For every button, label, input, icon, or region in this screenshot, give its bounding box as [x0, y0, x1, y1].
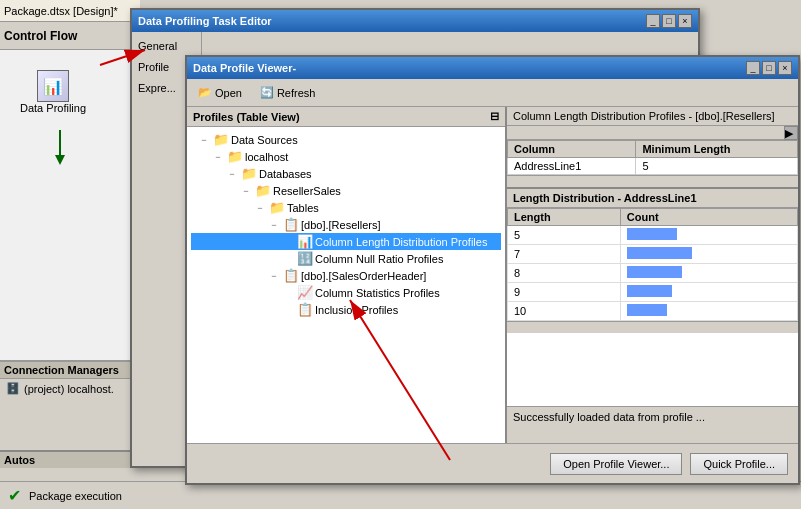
- editor-minimize-btn[interactable]: _: [646, 14, 660, 28]
- tree-item-databases[interactable]: − 📁 Databases: [191, 165, 501, 182]
- tree-item-resellersales[interactable]: − 📁 ResellerSales: [191, 182, 501, 199]
- data-profiling-task[interactable]: 📊 Data Profiling: [20, 70, 86, 114]
- tree-label: Column Statistics Profiles: [315, 287, 440, 299]
- open-label: Open: [215, 87, 242, 99]
- profile-tree-pane: Profiles (Table View) ⊟ − 📁 Data Sources…: [187, 107, 507, 483]
- count-bar-cell: [620, 302, 797, 321]
- length-row: 9: [508, 283, 798, 302]
- viewer-titlebar: Data Profile Viewer- _ □ ×: [187, 57, 798, 79]
- expand-icon: −: [253, 203, 267, 213]
- task-label: Data Profiling: [20, 102, 86, 114]
- viewer-minimize-btn[interactable]: _: [746, 61, 760, 75]
- conn-mgr-item[interactable]: 🗄️ (project) localhost.: [0, 379, 139, 398]
- profiles-pane-label: Profiles (Table View): [193, 111, 300, 123]
- hscroll-bar[interactable]: ▶: [507, 126, 798, 140]
- tree-label: [dbo].[Resellers]: [301, 219, 380, 231]
- editor-window-controls: _ □ ×: [646, 14, 692, 28]
- viewer-maximize-btn[interactable]: □: [762, 61, 776, 75]
- len-col-count: Count: [620, 209, 797, 226]
- length-dist-header: Length Distribution - AddressLine1: [507, 189, 798, 208]
- bottom-hscroll[interactable]: [507, 175, 798, 187]
- viewer-bottom-buttons: Open Profile Viewer... Quick Profile...: [187, 443, 798, 483]
- length-hscroll[interactable]: [507, 321, 798, 333]
- control-flow-toolbar: Control Flow: [0, 22, 140, 50]
- open-button[interactable]: 📂 Open: [193, 83, 247, 102]
- db-icon: 🗄️: [6, 382, 20, 395]
- expand-icon: −: [197, 135, 211, 145]
- chart-icon: 📊: [297, 234, 313, 249]
- tree-label: [dbo].[SalesOrderHeader]: [301, 270, 426, 282]
- detail-header: Column Length Distribution Profiles - [d…: [507, 107, 798, 126]
- table-icon: 📋: [283, 268, 299, 283]
- length-val: 10: [508, 302, 621, 321]
- refresh-button[interactable]: 🔄 Refresh: [255, 83, 321, 102]
- tree-label: localhost: [245, 151, 288, 163]
- editor-close-btn[interactable]: ×: [678, 14, 692, 28]
- viewer-window-controls: _ □ ×: [746, 61, 792, 75]
- tab-bar: Package.dtsx [Design]*: [0, 0, 140, 22]
- tree-label: Data Sources: [231, 134, 298, 146]
- tree-item-col-stats[interactable]: 📈 Column Statistics Profiles: [191, 284, 501, 301]
- viewer-window: Data Profile Viewer- _ □ × 📂 Open 🔄 Refr…: [185, 55, 800, 485]
- profile-tree: − 📁 Data Sources − 📁 localhost − 📁: [187, 127, 505, 322]
- tree-item-tables[interactable]: − 📁 Tables: [191, 199, 501, 216]
- len-col-length: Length: [508, 209, 621, 226]
- folder-icon: 📁: [255, 183, 271, 198]
- tree-label: ResellerSales: [273, 185, 341, 197]
- expand-icon: −: [239, 186, 253, 196]
- table-row: AddressLine1 5: [508, 158, 798, 175]
- folder-icon: 📁: [227, 149, 243, 164]
- count-bar-cell: [620, 283, 797, 302]
- tree-item-localhost[interactable]: − 📁 localhost: [191, 148, 501, 165]
- length-row: 5: [508, 226, 798, 245]
- count-bar: [627, 247, 692, 259]
- folder-icon: 📁: [213, 132, 229, 147]
- cell-column: AddressLine1: [508, 158, 636, 175]
- viewer-close-btn[interactable]: ×: [778, 61, 792, 75]
- tree-label: Databases: [259, 168, 312, 180]
- length-val: 5: [508, 226, 621, 245]
- hscroll-right-btn[interactable]: ▶: [784, 126, 798, 140]
- task-icon: 📊: [37, 70, 69, 102]
- detail-section: Column Length Distribution Profiles - [d…: [507, 107, 798, 187]
- refresh-icon: 🔄: [260, 86, 274, 99]
- svg-marker-1: [55, 155, 65, 165]
- table-icon: 📋: [283, 217, 299, 232]
- count-bar: [627, 228, 677, 240]
- folder-icon: 📁: [241, 166, 257, 181]
- tree-label: Column Length Distribution Profiles: [315, 236, 487, 248]
- editor-maximize-btn[interactable]: □: [662, 14, 676, 28]
- tree-label: Column Null Ratio Profiles: [315, 253, 443, 265]
- count-bar: [627, 266, 682, 278]
- expand-icon: −: [211, 152, 225, 162]
- length-row: 7: [508, 245, 798, 264]
- detail-table: Column Minimum Length AddressLine1 5: [507, 140, 798, 175]
- pane-toggle-icon[interactable]: ⊟: [490, 110, 499, 123]
- sidebar-general[interactable]: General: [134, 36, 199, 57]
- tree-item-salesorderheader[interactable]: − 📋 [dbo].[SalesOrderHeader]: [191, 267, 501, 284]
- profiles-pane-header: Profiles (Table View) ⊟: [187, 107, 505, 127]
- tree-item-inclusion[interactable]: 📋 Inclusion Profiles: [191, 301, 501, 318]
- length-val: 9: [508, 283, 621, 302]
- count-bar: [627, 285, 672, 297]
- col-header-minlength: Minimum Length: [636, 141, 798, 158]
- expand-icon: −: [267, 271, 281, 281]
- quick-profile-button[interactable]: Quick Profile...: [690, 453, 788, 475]
- viewer-toolbar: 📂 Open 🔄 Refresh: [187, 79, 798, 107]
- length-row: 8: [508, 264, 798, 283]
- control-flow-label: Control Flow: [4, 29, 77, 43]
- folder-icon: 📁: [269, 200, 285, 215]
- expand-icon: −: [225, 169, 239, 179]
- col-header-column: Column: [508, 141, 636, 158]
- open-profile-viewer-button[interactable]: Open Profile Viewer...: [550, 453, 682, 475]
- editor-titlebar: Data Profiling Task Editor _ □ ×: [132, 10, 698, 32]
- tree-item-col-null[interactable]: 🔢 Column Null Ratio Profiles: [191, 250, 501, 267]
- tree-item-datasources[interactable]: − 📁 Data Sources: [191, 131, 501, 148]
- profile-detail-pane: Column Length Distribution Profiles - [d…: [507, 107, 798, 483]
- length-dist-table: Length Count 5 7: [507, 208, 798, 321]
- tree-item-col-length[interactable]: 📊 Column Length Distribution Profiles: [191, 233, 501, 250]
- tree-item-resellers-table[interactable]: − 📋 [dbo].[Resellers]: [191, 216, 501, 233]
- status-label: Package execution: [29, 490, 122, 502]
- count-bar-cell: [620, 226, 797, 245]
- viewer-title: Data Profile Viewer-: [193, 62, 296, 74]
